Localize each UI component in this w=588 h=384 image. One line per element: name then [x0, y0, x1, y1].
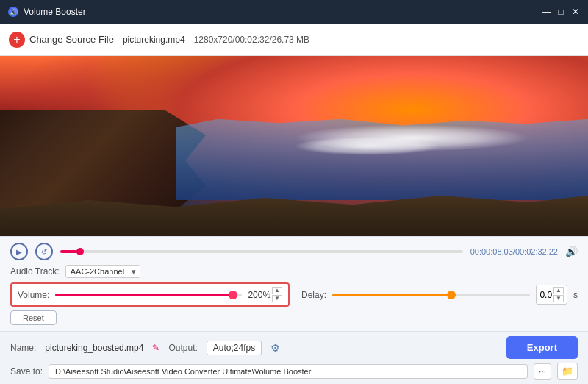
volume-down-button[interactable]: ▼: [272, 295, 282, 302]
bottom-bot-row: Save to: D:\Aiseesoft Studio\Aiseesoft V…: [10, 363, 578, 380]
file-info: pictureking.mp4 1280x720/00:02:32/26.73 …: [123, 35, 309, 45]
bottom-rows: Name: pictureking_boosted.mp4 ✎ Output: …: [10, 336, 578, 380]
bottom-section: Name: pictureking_boosted.mp4 ✎ Output: …: [0, 331, 588, 384]
delay-fill: [332, 294, 451, 296]
title-bar-left: 🔊 Volume Booster: [7, 6, 86, 18]
delay-spinner: ▲ ▼: [553, 287, 564, 302]
app-icon: 🔊: [7, 6, 19, 18]
time-display: 00:00:08.03/00:02:32.22: [470, 247, 558, 256]
play-button[interactable]: ▶: [10, 243, 28, 260]
name-label: Name:: [10, 343, 36, 353]
delay-value: 0.0: [539, 290, 552, 300]
title-bar: 🔊 Volume Booster — □ ✕: [0, 0, 588, 24]
volume-percent-display: 200% ▲ ▼: [248, 287, 282, 302]
export-button[interactable]: Export: [506, 336, 578, 359]
playback-row: ▶ ↺ 00:00:08.03/00:02:32.22 🔊: [10, 243, 578, 260]
minimize-button[interactable]: —: [541, 7, 551, 17]
params-row: Volume: 200% ▲ ▼ Delay:: [10, 282, 578, 307]
volume-up-button[interactable]: ▲: [272, 287, 282, 294]
controls-area: ▶ ↺ 00:00:08.03/00:02:32.22 🔊 Audio Trac…: [0, 236, 588, 331]
audio-track-label: Audio Track:: [10, 266, 60, 277]
delay-up-button[interactable]: ▲: [553, 287, 564, 294]
file-name: pictureking.mp4: [123, 35, 185, 45]
folder-icon: 📁: [562, 366, 573, 377]
close-button[interactable]: ✕: [570, 7, 581, 17]
output-label: Output:: [168, 343, 197, 353]
delay-value-box: 0.0 ▲ ▼: [536, 285, 567, 305]
svg-text:🔊: 🔊: [9, 7, 18, 17]
volume-slider[interactable]: [55, 294, 242, 296]
browse-save-button[interactable]: ···: [534, 363, 551, 380]
save-to-label: Save to:: [10, 366, 43, 377]
audio-track-select[interactable]: AAC-2Channel AAC-Stereo MP3-Stereo: [65, 265, 140, 278]
volume-fill: [55, 294, 232, 296]
change-source-button[interactable]: + Change Source File: [9, 32, 114, 48]
app-title: Volume Booster: [24, 7, 86, 17]
delay-down-button[interactable]: ▼: [553, 295, 564, 302]
output-name-value: pictureking_boosted.mp4: [45, 343, 143, 353]
volume-icon[interactable]: 🔊: [565, 246, 578, 257]
top-bar: + Change Source File pictureking.mp4 128…: [0, 24, 588, 56]
progress-thumb: [76, 248, 84, 255]
reset-row: Reset: [10, 310, 578, 325]
main-window: + Change Source File pictureking.mp4 128…: [0, 24, 588, 384]
volume-thumb: [229, 291, 237, 299]
change-source-label: Change Source File: [29, 34, 114, 45]
volume-spinner: ▲ ▼: [272, 287, 282, 302]
video-preview: [0, 56, 588, 236]
maximize-button[interactable]: □: [556, 7, 566, 17]
delay-unit: s: [573, 290, 578, 300]
settings-gear-icon[interactable]: ⚙: [270, 342, 280, 354]
edit-name-icon[interactable]: ✎: [152, 343, 159, 353]
audio-track-row: Audio Track: AAC-2Channel AAC-Stereo MP3…: [10, 265, 578, 278]
title-bar-controls: — □ ✕: [541, 7, 581, 17]
bottom-top-row: Name: pictureking_boosted.mp4 ✎ Output: …: [10, 336, 578, 359]
delay-slider[interactable]: [332, 294, 530, 296]
delay-section: Delay: 0.0 ▲ ▼ s: [301, 285, 578, 305]
volume-section: Volume: 200% ▲ ▼: [10, 282, 290, 307]
reset-button[interactable]: Reset: [10, 310, 57, 325]
loop-button[interactable]: ↺: [35, 243, 53, 260]
progress-bar[interactable]: [60, 250, 463, 253]
delay-thumb: [447, 291, 456, 299]
delay-label: Delay:: [301, 290, 326, 300]
audio-track-select-wrapper: AAC-2Channel AAC-Stereo MP3-Stereo ▼: [65, 265, 140, 278]
file-meta: 1280x720/00:02:32/26.73 MB: [194, 35, 309, 45]
volume-percent-value: 200%: [248, 290, 270, 300]
volume-label: Volume:: [18, 290, 49, 300]
open-folder-button[interactable]: 📁: [557, 363, 578, 380]
plus-circle-icon: +: [9, 32, 25, 48]
save-path-value: D:\Aiseesoft Studio\Aiseesoft Video Conv…: [49, 364, 528, 379]
output-value: Auto;24fps: [207, 341, 262, 355]
foam2: [294, 137, 441, 155]
